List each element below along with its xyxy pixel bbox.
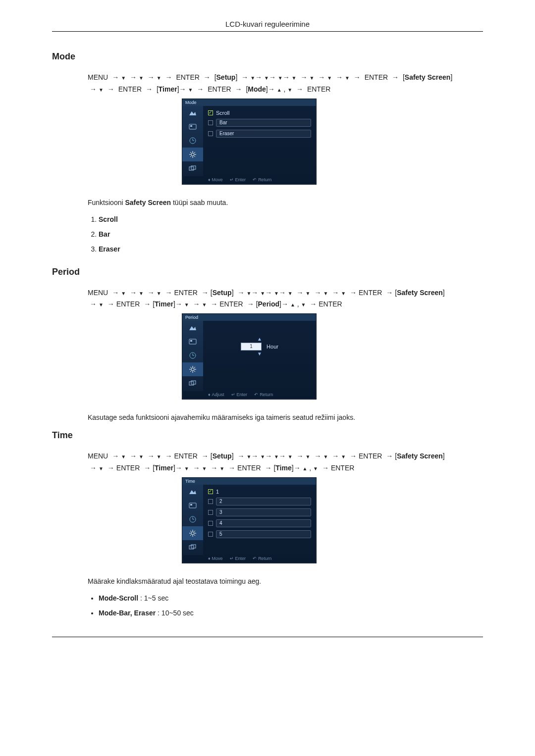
time-nav-line: MENU → → → →ENTER →[Setup] →→ → → → → → …	[88, 451, 483, 474]
osd-time-main: 1 2 3 4 5	[203, 485, 316, 555]
up-icon	[277, 85, 282, 93]
hint-return: ↶ Return	[254, 392, 273, 397]
osd-period-main: ▲ 1 Hour ▼	[203, 321, 316, 391]
osd-time-option[interactable]: 1	[208, 489, 311, 495]
osd-time-option[interactable]: 4	[208, 519, 311, 527]
hint-move: ♦ Move	[208, 556, 223, 561]
period-spinner[interactable]: ▲ 1 Hour ▼	[208, 337, 311, 356]
list-item: Mode-Bar, Eraser : 10~50 sec	[99, 609, 483, 617]
osd-time-title: Time	[182, 478, 316, 485]
osd-period-title: Period	[182, 314, 316, 321]
header-rule	[52, 31, 483, 32]
multi-icon[interactable]	[182, 161, 203, 175]
svg-rect-7	[190, 340, 192, 342]
page-header-title: LCD-kuvari reguleerimine	[52, 20, 483, 28]
period-unit: Hour	[267, 344, 278, 350]
nav-timer: Timer	[159, 85, 177, 93]
time-body-text: Määrake kindlaksmääratud ajal teostatava…	[88, 577, 483, 585]
clock-icon[interactable]	[182, 134, 203, 148]
mode-options-list: Scroll Bar Eraser	[88, 215, 483, 253]
svg-point-15	[191, 532, 194, 535]
period-nav-line: MENU → → → →ENTER →[Setup] →→ → → → → → …	[88, 287, 483, 311]
hint-enter: ↵ Enter	[230, 556, 246, 561]
nav-mode: Mode	[248, 85, 266, 93]
multi-icon[interactable]	[182, 376, 203, 390]
osd-mode-main: Scroll Bar Eraser	[203, 106, 316, 176]
page: LCD-kuvari reguleerimine Mode MENU → → →…	[0, 0, 535, 667]
osd-time-option[interactable]: 5	[208, 530, 311, 538]
check-icon	[208, 521, 213, 526]
input-icon[interactable]	[182, 499, 203, 512]
section-heading-mode: Mode	[52, 51, 483, 62]
gear-icon[interactable]	[182, 362, 203, 376]
osd-mode-title: Mode	[182, 99, 316, 106]
period-body-text: Kasutage seda funktsiooni ajavahemiku mä…	[88, 413, 483, 421]
hint-move: ♦ Move	[208, 177, 223, 182]
osd-side-icons	[182, 106, 203, 176]
osd-footer: ♦ Adjust ↵ Enter ↶ Return	[182, 391, 316, 399]
nav-enter: ENTER	[176, 73, 199, 81]
check-icon	[208, 489, 213, 494]
osd-mode-option[interactable]: Eraser	[208, 130, 311, 138]
list-item: Bar	[99, 230, 483, 238]
mode-nav-block: MENU → → → → ENTER → [Setup] →→ → → → → …	[88, 72, 483, 185]
footer-rule	[52, 637, 483, 637]
osd-side-icons	[182, 321, 203, 391]
osd-time-option[interactable]: 2	[208, 498, 311, 505]
picture-icon[interactable]	[182, 106, 203, 120]
gear-icon[interactable]	[182, 526, 203, 540]
time-ranges-list: Mode-Scroll : 1~5 sec Mode-Bar, Eraser :…	[88, 594, 483, 617]
osd-mode-option[interactable]: Scroll	[208, 110, 311, 116]
input-icon[interactable]	[182, 335, 203, 349]
period-value: 1	[241, 343, 262, 351]
hint-enter: ↵ Enter	[230, 177, 246, 182]
osd-period: Period ▲ 1 Hour ▼	[182, 313, 317, 400]
list-item: Mode-Scroll : 1~5 sec	[99, 594, 483, 602]
nav-safety-screen: Safety Screen	[405, 73, 451, 81]
time-nav-block: MENU → → → →ENTER →[Setup] →→ → → → → → …	[88, 451, 483, 563]
osd-side-icons	[182, 485, 203, 555]
nav-setup: Setup	[216, 73, 236, 81]
multi-icon[interactable]	[182, 540, 203, 554]
nav-menu: MENU	[88, 73, 108, 81]
osd-time: Time 1 2 3 4 5 ♦ Move	[182, 477, 317, 563]
hint-return: ↶ Return	[253, 556, 271, 561]
hint-enter: ↵ Enter	[231, 392, 248, 397]
list-item: Eraser	[99, 245, 483, 253]
check-icon	[208, 532, 213, 537]
chevron-down-icon[interactable]: ▼	[208, 352, 311, 356]
svg-point-3	[191, 153, 194, 156]
check-icon	[208, 120, 213, 125]
osd-mode-option[interactable]: Bar	[208, 119, 311, 127]
svg-point-9	[191, 368, 194, 371]
section-heading-period: Period	[52, 267, 483, 277]
picture-icon[interactable]	[182, 321, 203, 335]
clock-icon[interactable]	[182, 349, 203, 362]
gear-icon[interactable]	[182, 148, 203, 161]
hint-adjust: ♦ Adjust	[208, 392, 224, 397]
check-icon	[208, 499, 213, 504]
period-nav-block: MENU → → → →ENTER →[Setup] →→ → → → → → …	[88, 287, 483, 400]
mode-intro-text: Funktsiooni Safety Screen tüüpi saab muu…	[88, 199, 483, 206]
input-icon[interactable]	[182, 120, 203, 134]
hint-return: ↶ Return	[253, 177, 271, 182]
down-icon	[121, 73, 126, 81]
chevron-up-icon[interactable]: ▲	[208, 337, 311, 342]
osd-time-option[interactable]: 3	[208, 508, 311, 516]
osd-mode: Mode Scroll Bar	[182, 99, 317, 185]
list-item: Scroll	[99, 215, 483, 223]
check-icon	[208, 131, 213, 136]
mode-nav-line: MENU → → → → ENTER → [Setup] →→ → → → → …	[88, 72, 483, 96]
check-icon	[208, 110, 213, 115]
arrow-icon: →	[112, 73, 119, 81]
osd-footer: ♦ Move ↵ Enter ↶ Return	[182, 176, 316, 184]
section-heading-time: Time	[52, 430, 483, 441]
svg-rect-13	[190, 504, 192, 505]
osd-footer: ♦ Move ↵ Enter ↶ Return	[182, 555, 316, 563]
svg-rect-1	[190, 125, 192, 127]
picture-icon[interactable]	[182, 485, 203, 499]
check-icon	[208, 510, 213, 515]
clock-icon[interactable]	[182, 512, 203, 526]
